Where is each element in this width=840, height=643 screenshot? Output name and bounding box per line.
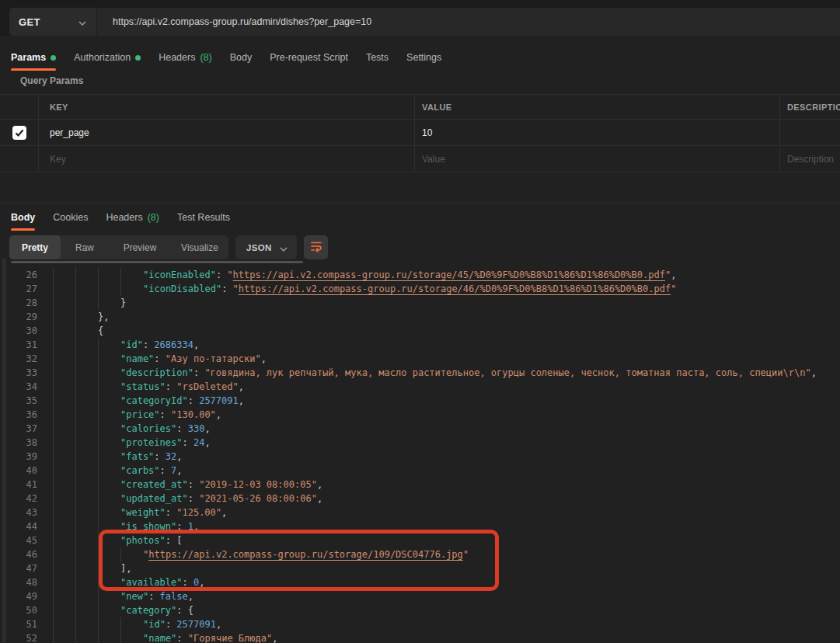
json-token: :: [176, 520, 187, 534]
json-token: :: [182, 436, 193, 450]
request-tab-pre-request-script[interactable]: Pre-request Script: [270, 47, 348, 68]
code-line: 43"weight": "125.00",: [0, 506, 227, 520]
request-tab-authorization[interactable]: Authorization: [74, 47, 141, 68]
code-line: 40"carbs": 7,: [0, 464, 183, 478]
line-number: 47: [0, 561, 37, 575]
response-tab-cookies[interactable]: Cookies: [53, 207, 88, 228]
json-token: "proteines": [120, 436, 182, 450]
response-tab-test-results[interactable]: Test Results: [177, 207, 230, 228]
json-token: ,: [204, 436, 210, 450]
param-value-placeholder[interactable]: Value: [414, 146, 779, 172]
method-selector[interactable]: GET: [9, 8, 97, 36]
json-token: :: [154, 352, 165, 366]
indent-guide: [98, 603, 120, 617]
tab-label: Headers: [106, 212, 142, 223]
json-token: :: [154, 450, 165, 464]
view-mode-visualize[interactable]: Visualize: [171, 235, 228, 259]
line-number: 44: [0, 520, 37, 534]
code-line: 38"proteines": 24,: [0, 436, 211, 450]
json-token: 2686334: [154, 338, 193, 352]
json-token: ],: [120, 561, 131, 575]
indent-guide: [75, 310, 98, 324]
window-chrome-left: [0, 8, 9, 36]
json-token: "carbs": [120, 464, 160, 478]
indent-guide: [75, 296, 98, 310]
indent-guide: [53, 394, 75, 408]
request-tab-headers[interactable]: Headers(8): [159, 47, 212, 68]
json-token: "id": [143, 617, 166, 631]
json-token: 1: [188, 520, 193, 534]
indent-guide: [98, 575, 120, 589]
line-number: 42: [0, 492, 37, 506]
json-token: "125.00": [176, 506, 221, 520]
indent-guide: [98, 534, 120, 547]
header-key: KEY: [38, 95, 414, 119]
param-value[interactable]: 10: [414, 120, 779, 145]
indent-guide: [75, 282, 98, 296]
indent-guide: [98, 520, 120, 534]
json-token: :: [188, 492, 199, 506]
url-input[interactable]: https://api.v2.compass-group.ru/admin/di…: [113, 16, 371, 27]
indent-guide: [53, 408, 75, 422]
json-token: 7: [171, 464, 176, 478]
param-enabled-checkbox[interactable]: [12, 126, 26, 140]
response-tab-body[interactable]: Body: [11, 207, 35, 228]
green-dot-icon: [51, 55, 56, 61]
line-number: 32: [0, 352, 37, 366]
indent-guide: [75, 561, 98, 575]
json-token: {: [98, 324, 103, 338]
request-tab-body[interactable]: Body: [230, 47, 253, 68]
code-line: 36"price": "130.00",: [0, 408, 221, 422]
json-token: ,: [239, 394, 244, 408]
json-token: "iconEnabled": [143, 268, 216, 282]
json-token: "2019-12-03 08:00:05": [199, 478, 317, 492]
param-description[interactable]: [779, 120, 840, 145]
line-number: 29: [0, 310, 37, 324]
param-description-placeholder[interactable]: Description: [779, 146, 840, 172]
indent-guide: [53, 492, 75, 506]
response-format-select[interactable]: JSON: [235, 235, 297, 259]
code-line: 41"created_at": "2019-12-03 08:00:05",: [0, 478, 322, 492]
wrap-text-button[interactable]: [304, 235, 328, 259]
json-token: ,: [272, 631, 277, 643]
indent-guide: [120, 547, 143, 561]
json-token: "130.00": [171, 408, 216, 422]
json-token: false: [160, 589, 188, 603]
json-url-link[interactable]: https://api.v2.compass-group.ru/storage/…: [233, 268, 665, 282]
indent-guide: [53, 589, 75, 603]
param-key-placeholder[interactable]: Key: [38, 146, 414, 172]
indent-guide: [53, 547, 75, 561]
json-token: "price": [120, 408, 160, 422]
indent-guide: [75, 450, 98, 464]
view-mode-raw[interactable]: Raw: [61, 235, 109, 259]
request-tab-tests[interactable]: Tests: [366, 47, 389, 68]
indent-guide: [53, 617, 75, 631]
json-token: "Горячие Блюда": [188, 631, 272, 643]
json-token: "fats": [120, 450, 154, 464]
json-token: :: [143, 338, 154, 352]
tab-label: Settings: [406, 52, 441, 63]
chevron-down-icon: [78, 15, 86, 29]
indent-guide: [75, 408, 98, 422]
param-key[interactable]: per_page: [38, 120, 414, 145]
json-url-link[interactable]: https://api.v2.compass-group.ru/storage/…: [239, 282, 671, 296]
json-token: :: [188, 478, 199, 492]
line-number: 43: [0, 506, 37, 520]
quote: ": [665, 268, 671, 282]
json-token: :: [176, 631, 187, 643]
json-token: :: [176, 422, 187, 436]
json-token: ,: [216, 617, 221, 631]
indent-guide: [53, 506, 75, 520]
view-mode-pretty[interactable]: Pretty: [9, 235, 61, 259]
response-tab-headers[interactable]: Headers(8): [106, 207, 159, 228]
request-tab-params[interactable]: Params: [11, 47, 56, 68]
code-line: 39"fats": 32,: [0, 450, 183, 464]
request-tab-settings[interactable]: Settings: [406, 47, 441, 68]
json-url-link[interactable]: https://api.v2.compass-group.ru/storage/…: [148, 547, 463, 561]
scroll-indicator[interactable]: [11, 261, 303, 263]
quote: ": [671, 282, 676, 296]
view-mode-preview[interactable]: Preview: [109, 235, 171, 259]
indent-guide: [53, 366, 75, 380]
line-number: 31: [0, 338, 37, 352]
json-token: ,: [176, 450, 182, 464]
